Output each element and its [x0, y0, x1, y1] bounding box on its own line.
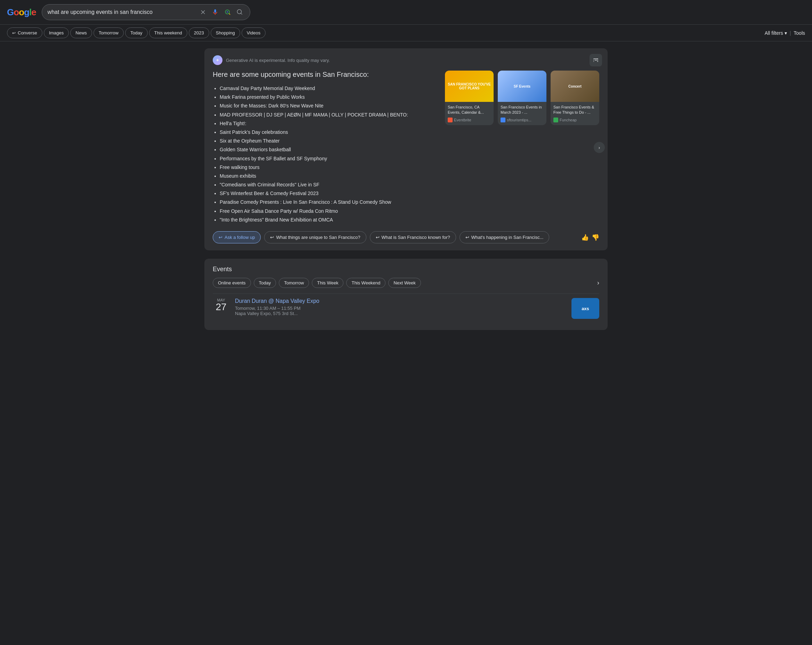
- events-list: MAY 27 Duran Duran @ Napa Valley Expo To…: [213, 293, 599, 323]
- events-filters: Online eventsTodayTomorrowThis WeekThis …: [213, 278, 599, 288]
- followup-label: What things are unique to San Francisco?: [276, 235, 360, 240]
- source-favicon: [501, 118, 505, 122]
- ai-panel: ✦ Generative AI is experimental. Info qu…: [205, 48, 607, 250]
- image-card-source: Funcheap: [553, 118, 597, 122]
- images-next-button[interactable]: ›: [594, 142, 605, 153]
- event-day: 27: [213, 302, 229, 312]
- ai-event-item: "Comedians with Criminal Records" Live i…: [220, 180, 437, 189]
- image-card-title: San Francisco, CA Events, Calendar &...: [448, 105, 491, 115]
- source-name: Funcheap: [560, 118, 577, 122]
- nav-tabs: ↩ Converse Images News Tomorrow Today Th…: [0, 25, 812, 41]
- ai-text-area: Here are some upcoming events in San Fra…: [213, 70, 437, 224]
- ai-content: Here are some upcoming events in San Fra…: [213, 70, 599, 224]
- search-bar: [42, 4, 250, 20]
- event-info: Duran Duran @ Napa Valley Expo Tomorrow,…: [235, 298, 566, 316]
- followup-unique-sf-button[interactable]: ↩What things are unique to San Francisco…: [264, 231, 366, 243]
- ai-event-item: Paradise Comedy Presents : Live In San F…: [220, 198, 437, 206]
- followup-row: ↩Ask a follow up↩What things are unique …: [213, 231, 599, 243]
- image-thumb: Concert: [551, 70, 599, 102]
- ai-events-list: Carnaval Day Party Memorial Day WeekendM…: [213, 84, 437, 224]
- image-card[interactable]: SAN FRANCISCO YOU'VE GOT PLANS San Franc…: [445, 70, 494, 125]
- thumbs-up-button[interactable]: 👍: [581, 234, 589, 241]
- ai-event-item: Carnaval Day Party Memorial Day Weekend: [220, 84, 437, 93]
- event-filter-online[interactable]: Online events: [213, 278, 251, 288]
- feedback-buttons: 👍 👎: [581, 234, 599, 241]
- ai-event-item: Free walking tours: [220, 163, 437, 172]
- event-item: MAY 27 Duran Duran @ Napa Valley Expo To…: [213, 293, 599, 323]
- image-card-title: San Francisco Events & Free Things to Do…: [553, 105, 597, 115]
- ai-expand-button[interactable]: [589, 54, 602, 66]
- ai-event-item: MAD PROFESSOR | DJ SEP | AEØN | MF MAMA …: [220, 110, 437, 119]
- google-logo: Google: [7, 7, 36, 18]
- converse-icon: ↩: [12, 31, 16, 35]
- ai-event-item: Performances by the SF Ballet and SF Sym…: [220, 154, 437, 163]
- search-input[interactable]: [47, 9, 195, 15]
- event-filter-this-week[interactable]: This Week: [312, 278, 343, 288]
- ai-icon: ✦: [213, 55, 223, 65]
- ai-event-item: Six at the Orpheum Theater: [220, 137, 437, 145]
- ai-images: SAN FRANCISCO YOU'VE GOT PLANS San Franc…: [445, 70, 599, 125]
- search-icons: [198, 7, 244, 17]
- lens-search-button[interactable]: [223, 7, 232, 17]
- event-name[interactable]: Duran Duran @ Napa Valley Expo: [235, 298, 566, 304]
- image-card-source: Eventbrite: [448, 118, 491, 122]
- ai-label: Generative AI is experimental. Info qual…: [226, 58, 330, 63]
- source-name: sftourismtips...: [507, 118, 531, 122]
- clear-search-button[interactable]: [198, 8, 208, 17]
- event-date: MAY 27: [213, 298, 229, 312]
- event-filter-next-week[interactable]: Next Week: [388, 278, 421, 288]
- tools-button[interactable]: Tools: [794, 30, 805, 36]
- svg-point-1: [226, 11, 228, 13]
- all-filters-button[interactable]: All filters ▾: [765, 30, 787, 36]
- image-card-source: sftourismtips...: [501, 118, 543, 122]
- followup-icon: ↩: [219, 235, 223, 240]
- thumbs-down-button[interactable]: 👎: [592, 234, 599, 241]
- event-logo: axs: [571, 298, 599, 319]
- source-name: Eventbrite: [454, 118, 472, 122]
- image-card[interactable]: Concert San Francisco Events & Free Thin…: [551, 70, 599, 125]
- ai-event-item: Hell'a Tight!:: [220, 119, 437, 128]
- tab-images[interactable]: Images: [44, 28, 69, 38]
- events-section: Events Online eventsTodayTomorrowThis We…: [205, 259, 607, 330]
- followup-icon: ↩: [466, 235, 469, 240]
- voice-search-button[interactable]: [210, 7, 220, 17]
- ai-event-item: Saint Patrick's Day celebrations: [220, 128, 437, 137]
- tab-today[interactable]: Today: [125, 28, 148, 38]
- followup-icon: ↩: [376, 235, 380, 240]
- followup-label: Ask a follow up: [224, 235, 255, 240]
- followup-happening-button[interactable]: ↩What's happening in San Francisc...: [459, 231, 549, 243]
- image-card[interactable]: SF Events San Francisco Events in March …: [498, 70, 546, 125]
- tab-2023[interactable]: 2023: [189, 28, 209, 38]
- ai-event-item: SF's Winterfest Beer & Comedy Festival 2…: [220, 189, 437, 198]
- ai-event-item: Free Open Air Salsa Dance Party w/ Rueda…: [220, 207, 437, 216]
- ai-header: ✦ Generative AI is experimental. Info qu…: [213, 55, 599, 65]
- event-filter-today[interactable]: Today: [254, 278, 276, 288]
- tab-news[interactable]: News: [70, 28, 92, 38]
- tab-tomorrow[interactable]: Tomorrow: [93, 28, 124, 38]
- followup-known-for-button[interactable]: ↩What is San Francisco known for?: [370, 231, 456, 243]
- chevron-down-icon: ▾: [785, 30, 787, 36]
- source-favicon: [448, 118, 453, 122]
- followup-ask-followup-button[interactable]: ↩Ask a follow up: [213, 231, 261, 243]
- tab-converse[interactable]: ↩ Converse: [7, 28, 43, 38]
- events-filters-next-button[interactable]: ›: [597, 279, 599, 286]
- ai-images-container: SAN FRANCISCO YOU'VE GOT PLANS San Franc…: [445, 70, 599, 224]
- nav-right: All filters ▾ | Tools: [765, 30, 805, 36]
- ai-event-item: Music for the Masses: Dark 80's New Wave…: [220, 101, 437, 110]
- image-card-body: San Francisco Events & Free Things to Do…: [551, 102, 599, 125]
- tab-shopping[interactable]: Shopping: [211, 28, 240, 38]
- ai-event-item: Museum exhibits: [220, 172, 437, 180]
- tab-this-weekend[interactable]: This weekend: [149, 28, 187, 38]
- search-button[interactable]: [235, 8, 244, 17]
- image-card-body: San Francisco, CA Events, Calendar &... …: [445, 102, 494, 125]
- image-thumb: SAN FRANCISCO YOU'VE GOT PLANS: [445, 70, 494, 102]
- tab-videos[interactable]: Videos: [241, 28, 266, 38]
- event-filter-this-weekend[interactable]: This Weekend: [346, 278, 386, 288]
- event-filter-tomorrow[interactable]: Tomorrow: [279, 278, 309, 288]
- events-title: Events: [213, 266, 599, 273]
- ai-title: Here are some upcoming events in San Fra…: [213, 70, 437, 79]
- followup-label: What's happening in San Francisc...: [472, 235, 543, 240]
- ai-event-item: Mark Farina presented by Public Works: [220, 93, 437, 101]
- main-content: ✦ Generative AI is experimental. Info qu…: [197, 41, 615, 345]
- followup-label: What is San Francisco known for?: [382, 235, 450, 240]
